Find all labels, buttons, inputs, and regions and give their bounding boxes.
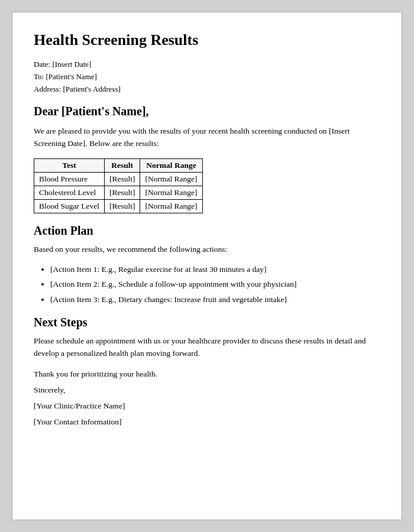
action-plan-intro: Based on your results, we recommend the …: [34, 244, 380, 256]
to-line: To: [Patient's Name]: [34, 72, 380, 82]
table-row: Cholesterol Level[Result][Normal Range]: [34, 186, 203, 199]
intro-paragraph: We are pleased to provide you with the r…: [34, 125, 380, 150]
table-cell-0-0: Blood Pressure: [34, 172, 105, 186]
thank-you-text: Thank you for prioritizing your health.: [34, 366, 380, 382]
action-item-0: [Action Item 1: E.g., Regular exercise f…: [50, 262, 380, 277]
clinic-name-text: [Your Clinic/Practice Name]: [34, 398, 380, 414]
action-item-2: [Action Item 3: E.g., Dietary changes: I…: [50, 292, 380, 307]
next-steps-heading: Next Steps: [34, 316, 380, 329]
table-row: Blood Sugar Level[Result][Normal Range]: [34, 199, 203, 213]
col-header-test: Test: [34, 158, 105, 172]
sincerely-text: Sincerely,: [34, 382, 380, 398]
document-container: Health Screening Results Date: [Insert D…: [12, 12, 402, 520]
table-cell-0-1: [Result]: [104, 172, 140, 186]
table-header-row: Test Result Normal Range: [34, 158, 203, 172]
col-header-result: Result: [104, 158, 140, 172]
salutation: Dear [Patient's Name],: [34, 105, 380, 118]
contact-info-text: [Your Contact Information]: [34, 414, 380, 430]
col-header-range: Normal Range: [140, 158, 202, 172]
table-cell-2-0: Blood Sugar Level: [34, 199, 105, 213]
results-table: Test Result Normal Range Blood Pressure[…: [34, 158, 203, 213]
action-items-list: [Action Item 1: E.g., Regular exercise f…: [50, 262, 380, 307]
next-steps-para: Please schedule an appointment with us o…: [34, 335, 380, 360]
action-plan-heading: Action Plan: [34, 224, 380, 238]
table-cell-2-1: [Result]: [104, 199, 140, 213]
date-line: Date: [Insert Date]: [34, 60, 380, 69]
table-cell-1-2: [Normal Range]: [140, 186, 202, 199]
document-title: Health Screening Results: [34, 31, 380, 49]
table-cell-1-1: [Result]: [104, 186, 140, 199]
closing-block: Thank you for prioritizing your health. …: [34, 366, 380, 430]
action-item-1: [Action Item 2: E.g., Schedule a follow-…: [50, 277, 380, 292]
table-cell-1-0: Cholesterol Level: [34, 186, 105, 199]
table-cell-0-2: [Normal Range]: [140, 172, 202, 186]
table-row: Blood Pressure[Result][Normal Range]: [34, 172, 203, 186]
table-cell-2-2: [Normal Range]: [140, 199, 202, 213]
address-line: Address: [Patient's Address]: [34, 85, 380, 94]
